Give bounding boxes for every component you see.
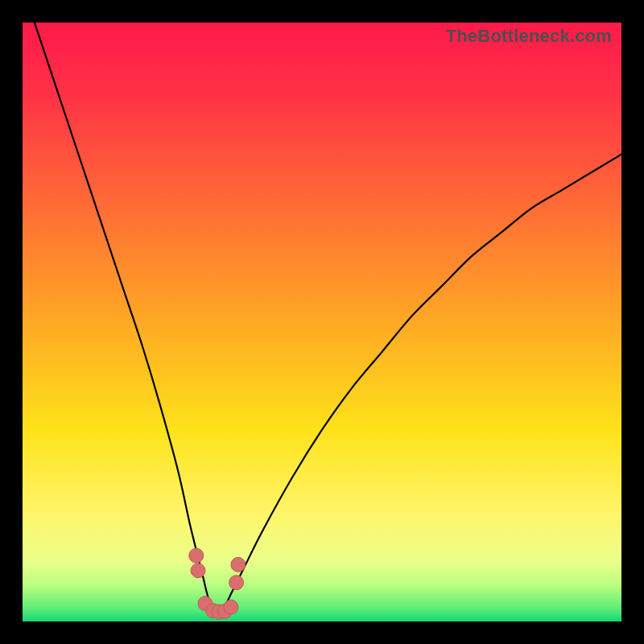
outer-frame: TheBottleneck.com (0, 0, 644, 644)
marker-point (191, 564, 205, 578)
bottleneck-curve (35, 23, 621, 611)
curve-layer (23, 23, 621, 621)
sample-markers (189, 548, 246, 619)
marker-point (231, 557, 246, 572)
marker-point (229, 576, 244, 590)
watermark-text: TheBottleneck.com (446, 26, 612, 47)
marker-point (189, 548, 204, 563)
marker-point (224, 600, 238, 614)
plot-area: TheBottleneck.com (23, 23, 621, 621)
